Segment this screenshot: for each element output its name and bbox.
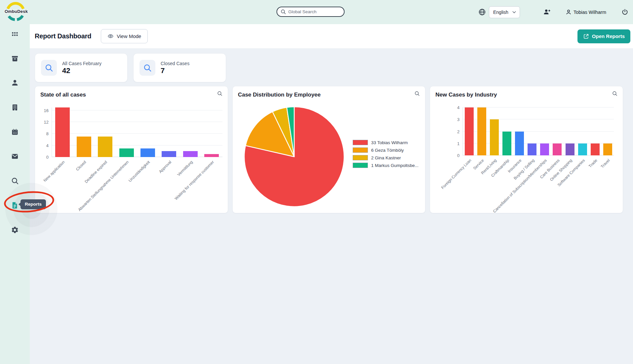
reports-tooltip-label: Reports <box>25 202 42 207</box>
bar-slot <box>52 107 73 157</box>
page-title: Report Dashboard <box>35 32 91 40</box>
bars <box>52 107 222 157</box>
language-select[interactable]: English <box>489 6 520 18</box>
global-search[interactable] <box>276 7 344 17</box>
x-label: Rent/Living <box>488 155 500 212</box>
bar-slot <box>551 107 564 155</box>
bar-slot <box>137 107 158 157</box>
chart-title: Case Distribution by Employee <box>238 92 420 98</box>
legend-label: 1 Markus Gumpoltsbe... <box>371 163 418 168</box>
chart-title: New Cases by Industry <box>435 92 617 98</box>
legend-swatch <box>353 147 368 153</box>
bar[interactable] <box>502 132 511 156</box>
sidebar-item-apps[interactable] <box>11 30 19 38</box>
x-label: Trade <box>589 155 601 212</box>
bar-chart-new-cases-by-industry[interactable]: 01234Foreign Currency LoanServiceRent/Li… <box>451 107 614 212</box>
sidebar-item-mail[interactable] <box>11 152 19 160</box>
power-icon[interactable] <box>621 9 628 16</box>
y-tick-label: 0 <box>46 155 49 159</box>
bar-slot <box>201 107 222 157</box>
search-icon <box>11 177 19 185</box>
open-reports-button[interactable]: Open Reports <box>577 29 630 43</box>
bar[interactable] <box>540 143 549 155</box>
pie-legend: 33 Tobias Wilharm6 Geza Tömböly2 Gina Ka… <box>353 140 418 170</box>
x-label: Unzuständigkeit <box>137 157 158 213</box>
calendar-icon <box>11 128 19 136</box>
y-tick-label: 8 <box>46 132 49 136</box>
bar-slot <box>488 107 501 155</box>
x-label: Software Companies <box>576 155 589 212</box>
view-mode-button[interactable]: View Mode <box>101 29 148 43</box>
bar[interactable] <box>477 107 486 155</box>
bar[interactable] <box>515 132 524 156</box>
sidebar-item-reports[interactable] <box>11 201 19 209</box>
legend-item[interactable]: 6 Geza Tömböly <box>353 147 418 153</box>
chart-card-new-cases-by-industry: New Cases by Industry 01234Foreign Curre… <box>430 86 623 213</box>
bar[interactable] <box>603 143 612 155</box>
x-label: Abwarten Stellungnahme Unternehmen <box>116 157 137 213</box>
bar[interactable] <box>119 148 134 157</box>
bar-slot <box>576 107 589 155</box>
sidebar-item-settings[interactable] <box>11 226 19 234</box>
bar[interactable] <box>578 143 587 155</box>
bar[interactable] <box>591 143 600 155</box>
bar[interactable] <box>553 143 562 155</box>
sidebar-item-contacts[interactable] <box>11 79 19 87</box>
legend-label: 6 Geza Tömböly <box>371 148 404 153</box>
globe-icon[interactable] <box>478 8 486 16</box>
bar[interactable] <box>465 107 474 155</box>
logo-text: OmbuDesk <box>3 9 29 14</box>
bar-slot <box>180 107 201 157</box>
bar[interactable] <box>528 143 536 155</box>
legend-swatch <box>353 163 368 168</box>
y-tick-label: 3 <box>457 117 459 122</box>
magnifier-icon[interactable] <box>217 91 223 97</box>
legend-item[interactable]: 2 Gina Kastner <box>353 155 418 160</box>
language-value: English <box>493 10 508 15</box>
bar-chart-state-of-all-cases[interactable]: 0481216New applicationClosedDeadline exp… <box>40 107 222 213</box>
bar[interactable] <box>183 151 198 157</box>
sidebar-item-calendar[interactable] <box>11 128 19 136</box>
bar-slot <box>601 107 614 155</box>
y-tick-label: 4 <box>457 105 459 110</box>
bar-slot <box>501 107 513 155</box>
y-tick-label: 16 <box>44 108 49 112</box>
bar[interactable] <box>490 119 499 155</box>
chart-card-state-of-all-cases: State of all cases 0481216New applicatio… <box>35 86 228 213</box>
search-input[interactable] <box>288 9 338 14</box>
magnifier-icon <box>41 60 57 76</box>
stat-label: All Cases February <box>62 61 101 66</box>
bar[interactable] <box>162 151 176 157</box>
mail-icon <box>11 152 19 160</box>
person-add-icon[interactable] <box>543 8 551 16</box>
chart-card-case-distribution: Case Distribution by Employee 33 Tobias … <box>232 86 426 213</box>
stat-card-all-cases[interactable]: All Cases February 42 <box>35 53 128 82</box>
magnifier-icon <box>139 60 155 76</box>
legend-label: 33 Tobias Wilharm <box>371 140 408 145</box>
magnifier-icon[interactable] <box>612 91 618 97</box>
bar[interactable] <box>55 107 70 157</box>
bar[interactable] <box>140 148 155 157</box>
gear-icon <box>11 226 19 234</box>
chart-title: State of all cases <box>40 92 222 98</box>
app-logo[interactable]: OmbuDesk <box>3 1 29 22</box>
sidebar-item-cases[interactable] <box>11 55 19 62</box>
user-menu[interactable]: Tobias Wilharm <box>565 9 606 16</box>
stat-card-closed-cases[interactable]: Closed Cases 7 <box>133 53 226 82</box>
sidebar-item-companies[interactable] <box>11 103 19 111</box>
x-label: Foreign Currency Loan <box>462 155 475 212</box>
magnifier-icon[interactable] <box>414 91 420 97</box>
reports-document-icon <box>11 201 19 209</box>
y-axis: 01234 <box>451 107 462 155</box>
bar-slot <box>463 107 475 155</box>
sidebar-item-search[interactable] <box>11 177 19 185</box>
pie-chart-case-distribution[interactable] <box>243 106 345 208</box>
x-label: Cancellation of Subscription/Memberships <box>538 155 551 212</box>
bar[interactable] <box>566 143 574 155</box>
bar[interactable] <box>204 154 219 157</box>
legend-item[interactable]: 33 Tobias Wilharm <box>353 140 418 145</box>
bar[interactable] <box>98 137 112 157</box>
legend-item[interactable]: 1 Markus Gumpoltsbe... <box>353 163 418 168</box>
bar[interactable] <box>77 137 91 157</box>
legend-label: 2 Gina Kastner <box>371 155 401 160</box>
